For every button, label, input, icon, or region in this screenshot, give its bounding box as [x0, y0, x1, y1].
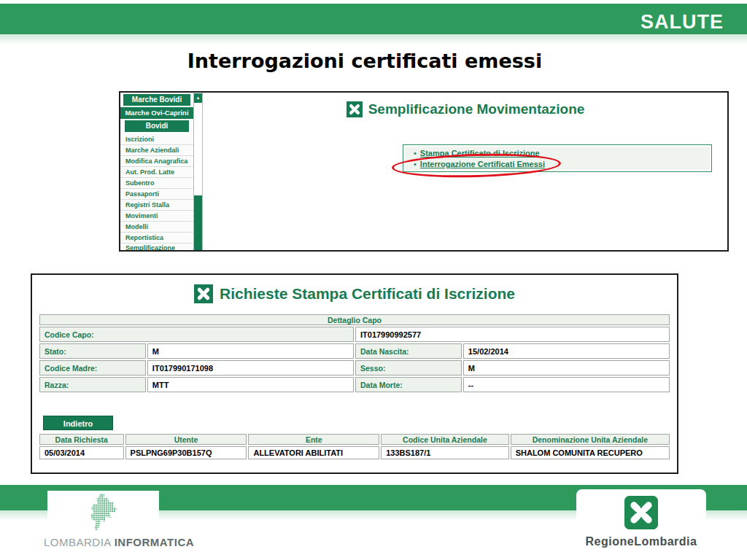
rosa-camuna-icon	[624, 496, 658, 529]
sidebar-item-marche-bovidi[interactable]: Marche Bovidi	[123, 94, 190, 106]
top-banner: SALUTE	[0, 4, 747, 34]
salute-wordmark: SALUTE	[640, 11, 724, 34]
top-banner-fade	[0, 34, 747, 44]
regione-lombardia-caption: RegioneLombardia	[576, 535, 706, 548]
screenshot-menu-page: Marche Bovidi Marche Ovi-Caprini Bovidi …	[119, 91, 729, 252]
page-title: Semplificazione Movimentazione	[368, 101, 585, 117]
cell-ente: ALLEVATORI ABILITATI	[248, 446, 379, 459]
bullet-icon: •	[414, 149, 417, 158]
sidebar-item-movimenti[interactable]: Movimenti	[120, 211, 193, 222]
presentation-slide: SALUTE Interrogazioni certificati emessi…	[0, 0, 747, 560]
sidebar-item-subentro[interactable]: Subentro	[120, 178, 193, 189]
scroll-up-icon[interactable]: ▲	[194, 93, 202, 103]
sidebar-scrollbar[interactable]: ▲	[193, 93, 203, 250]
link-interrogazione-certificati[interactable]: Interrogazione Certificati Emessi	[420, 160, 545, 168]
col-header-denominazione: Denominazione Unita Aziendale	[511, 434, 670, 445]
lombardia-map-icon	[83, 492, 124, 533]
col-header-utente: Utente	[125, 434, 247, 445]
field-value-stato: M	[147, 343, 354, 359]
sidebar-item-marche-ovi-caprini[interactable]: Marche Ovi-Caprini	[120, 107, 193, 119]
sidebar-item-bovidi[interactable]: Bovidi	[125, 120, 189, 132]
field-label-data-nascita: Data Nascita:	[355, 343, 462, 359]
sidebar-item-registri-stalla[interactable]: Registri Stalla	[120, 200, 193, 211]
rosa-camuna-icon	[194, 284, 213, 303]
table-row: 05/03/2014 PSLPNG69P30B157Q ALLEVATORI A…	[39, 446, 670, 459]
sidebar-item-semplificazione[interactable]: Semplificazione Movimentazione	[120, 244, 193, 252]
field-value-codice-capo: IT017990992577	[355, 327, 670, 342]
slide-title: Interrogazioni certificati emessi	[0, 50, 729, 72]
cell-utente: PSLPNG69P30B157Q	[125, 446, 247, 459]
sidebar-item-aut-prod-latte[interactable]: Aut. Prod. Latte	[120, 167, 193, 178]
indietro-button[interactable]: Indietro	[43, 416, 113, 430]
link-stampa-certificato[interactable]: Stampa Certificato di Iscrizione	[420, 149, 540, 158]
lombardia-informatica-logo	[47, 491, 159, 534]
field-value-codice-madre: IT017990171098	[147, 360, 354, 376]
field-label-razza: Razza:	[39, 377, 146, 392]
field-label-codice-capo: Codice Capo:	[39, 327, 354, 342]
cell-codice-unita: 133BS187/1	[381, 446, 508, 459]
col-header-ente: Ente	[248, 434, 379, 445]
field-value-data-morte: --	[463, 377, 670, 392]
field-label-stato: Stato:	[39, 343, 146, 359]
field-value-razza: MTT	[147, 377, 354, 392]
bullet-icon: •	[414, 160, 417, 168]
field-value-sesso: M	[463, 360, 670, 376]
field-label-codice-madre: Codice Madre:	[39, 360, 146, 376]
table-section-header: Dettaglio Capo	[39, 314, 670, 325]
field-label-sesso: Sesso:	[355, 360, 462, 376]
sidebar-item-marche-aziendali[interactable]: Marche Aziendali	[120, 145, 193, 156]
links-panel: •Stampa Certificato di Iscrizione •Inter…	[403, 144, 712, 172]
screenshot-certificati-page: Richieste Stampa Certificati di Iscrizio…	[31, 273, 678, 474]
sidebar-menu: Marche Bovidi Marche Ovi-Caprini Bovidi …	[120, 93, 193, 250]
sidebar-item-iscrizioni[interactable]: Iscrizioni	[120, 134, 193, 145]
col-header-data-richiesta: Data Richiesta	[39, 434, 124, 445]
sidebar-item-passaporti[interactable]: Passaporti	[120, 189, 193, 200]
field-value-data-nascita: 15/02/2014	[463, 343, 670, 359]
cell-data-richiesta: 05/03/2014	[39, 446, 124, 459]
richieste-results-table: Data Richiesta Utente Ente Codice Unita …	[38, 432, 671, 461]
field-label-data-morte: Data Morte:	[355, 377, 462, 392]
col-header-codice-unita: Codice Unita Aziendale	[381, 434, 508, 445]
rosa-camuna-icon	[347, 101, 363, 117]
menu-page-main: Semplificazione Movimentazione •Stampa C…	[204, 93, 727, 250]
regione-lombardia-logo: RegioneLombardia	[576, 489, 706, 555]
sidebar-item-modelli[interactable]: Modelli	[120, 222, 193, 233]
table-header-row: Data Richiesta Utente Ente Codice Unita …	[39, 434, 670, 445]
dettaglio-capo-table: Dettaglio Capo Codice Capo: IT0179909925…	[38, 313, 671, 394]
sidebar-item-modifica-anagrafica[interactable]: Modifica Anagrafica	[120, 156, 193, 167]
cell-denominazione: SHALOM COMUNITA RECUPERO	[511, 446, 670, 459]
sidebar-item-reportistica[interactable]: Reportistica	[120, 233, 193, 244]
page-title: Richieste Stampa Certificati di Iscrizio…	[220, 285, 515, 303]
scrollbar-thumb[interactable]	[194, 195, 202, 252]
lombardia-informatica-caption: LOMBARDIA INFORMATICA	[44, 536, 194, 548]
